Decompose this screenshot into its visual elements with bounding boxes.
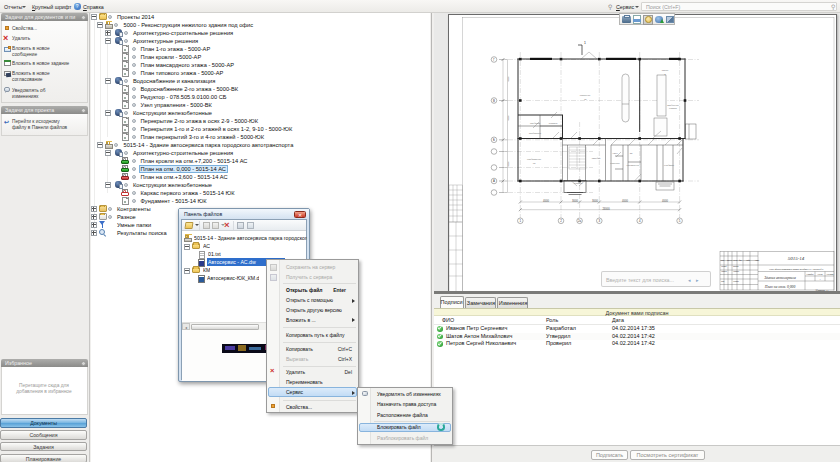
svg-text:гаражная: гаражная bbox=[580, 94, 591, 96]
svg-text:воздушная: воздушная bbox=[667, 104, 679, 106]
svg-text:Подп: Подп bbox=[745, 259, 750, 261]
svg-text:3000: 3000 bbox=[592, 199, 598, 203]
svg-text:Здание автосервиса: Здание автосервиса bbox=[764, 275, 796, 279]
svg-text:холл: холл bbox=[612, 152, 619, 154]
svg-text:гараж: гараж bbox=[662, 69, 669, 71]
svg-text:План на отм. 0,000: План на отм. 0,000 bbox=[764, 285, 796, 290]
svg-text:2: 2 bbox=[663, 73, 666, 75]
svg-text:4000: 4000 bbox=[507, 160, 510, 166]
svg-text:Лист: Лист bbox=[732, 259, 738, 261]
svg-text:28: 28 bbox=[629, 152, 633, 154]
svg-text:Листов: Листов bbox=[826, 273, 834, 275]
svg-text:Провер: Провер bbox=[720, 270, 727, 272]
svg-text:40: 40 bbox=[584, 98, 587, 100]
svg-text:Стадия: Стадия bbox=[806, 273, 813, 275]
svg-text:тамбур: тамбур bbox=[574, 182, 583, 184]
svg-text:План здания автотранспорта по: План здания автотранспорта по адресу ул.… bbox=[768, 267, 824, 269]
svg-text:4000: 4000 bbox=[622, 199, 628, 203]
svg-text:4000: 4000 bbox=[543, 199, 549, 203]
svg-text:В: В bbox=[493, 98, 495, 102]
svg-text:кладовая: кладовая bbox=[664, 164, 675, 166]
svg-text:Разраб: Разраб bbox=[720, 265, 726, 267]
svg-text:Б: Б bbox=[493, 137, 495, 141]
svg-text:камера: камера bbox=[669, 107, 677, 109]
svg-text:раздевалка: раздевалка bbox=[528, 132, 542, 134]
svg-text:5015-14: 5015-14 bbox=[788, 255, 805, 260]
svg-text:Шатов: Шатов bbox=[732, 280, 739, 282]
svg-text:4000: 4000 bbox=[507, 75, 510, 81]
svg-text:24000: 24000 bbox=[602, 207, 610, 211]
svg-text:Дата: Дата bbox=[754, 259, 759, 261]
svg-text:Лист: Лист bbox=[817, 273, 823, 275]
svg-text:гардеробная: гардеробная bbox=[527, 158, 542, 160]
svg-text:1: 1 bbox=[819, 278, 820, 280]
svg-text:Изм: Изм bbox=[720, 259, 725, 261]
svg-text:Утв: Утв bbox=[721, 280, 725, 282]
svg-text:А: А bbox=[493, 179, 495, 183]
svg-text:коридор: коридор bbox=[592, 157, 601, 159]
svg-text:10: 10 bbox=[533, 162, 536, 164]
svg-text:умывальник: умывальник bbox=[626, 164, 641, 166]
svg-text:2а: 2а bbox=[578, 218, 582, 222]
svg-text:3000: 3000 bbox=[572, 199, 578, 203]
svg-text:док: док bbox=[739, 259, 742, 261]
svg-text:тамбур: тамбур bbox=[549, 122, 558, 124]
svg-text:Кол.уч: Кол.уч bbox=[726, 259, 732, 261]
svg-text:4000: 4000 bbox=[662, 199, 668, 203]
svg-text:гардероб: гардероб bbox=[530, 122, 541, 124]
svg-text:4000: 4000 bbox=[507, 114, 510, 120]
svg-text:кабинет: кабинет bbox=[610, 162, 619, 164]
svg-text:Иванов: Иванов bbox=[732, 265, 739, 267]
svg-text:Петров: Петров bbox=[732, 270, 739, 272]
svg-text:1: 1 bbox=[584, 41, 586, 45]
